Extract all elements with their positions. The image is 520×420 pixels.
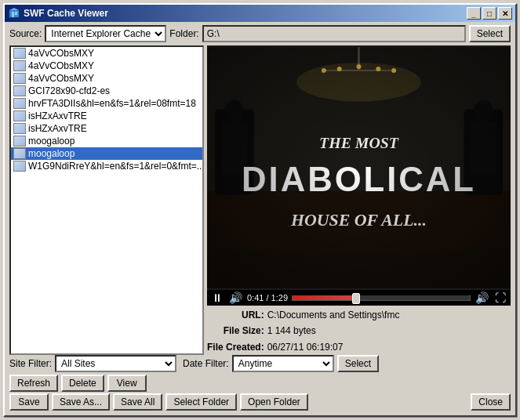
source-dropdown[interactable]: Internet Explorer Cache — [45, 25, 166, 42]
file-item-1[interactable]: 4aVvCObsMXY — [11, 60, 202, 72]
window-title: SWF Cache Viewer — [24, 8, 467, 19]
progress-fill — [292, 295, 354, 300]
open-folder-button[interactable]: Open Folder — [240, 393, 308, 411]
file-icon-7 — [13, 136, 26, 147]
file-icon-8 — [13, 148, 26, 159]
main-content: Source: Internet Explorer Cache Folder: … — [5, 22, 515, 415]
file-icon-0 — [13, 48, 26, 59]
app-icon — [8, 7, 20, 20]
svg-rect-3 — [15, 12, 17, 15]
folder-label: Folder: — [169, 28, 198, 39]
delete-button[interactable]: Delete — [61, 375, 104, 392]
player-controls: ⏸ 🔊 0:41 / 1:29 🔊 ⛶ — [207, 290, 511, 306]
file-item-7[interactable]: moogaloop — [11, 135, 202, 147]
main-area: 4aVvCObsMXY 4aVvCObsMXY 4aVvCObsMXY GCI7… — [9, 45, 511, 355]
site-filter-label: Site Filter: — [9, 358, 52, 369]
meta-info: URL: File Size: File Created: C:\Documen… — [207, 307, 511, 355]
file-icon-4 — [13, 98, 26, 109]
file-item-9[interactable]: W1G9NdiRreY&hl=en&fs=1&rel=0&fmt=... — [11, 160, 202, 172]
svg-rect-25 — [207, 47, 511, 288]
save-all-button[interactable]: Save All — [113, 393, 162, 411]
svg-marker-1 — [9, 8, 19, 10]
pause-button[interactable]: ⏸ — [210, 292, 224, 303]
close-button[interactable]: Close — [471, 393, 511, 411]
file-list[interactable]: 4aVvCObsMXY 4aVvCObsMXY 4aVvCObsMXY GCI7… — [9, 45, 204, 355]
file-icon-6 — [13, 123, 26, 134]
folder-input[interactable] — [202, 25, 466, 42]
file-icon-9 — [13, 161, 26, 172]
source-row: Source: Internet Explorer Cache Folder: … — [9, 25, 511, 42]
file-icon-3 — [13, 85, 26, 96]
maximize-button[interactable]: □ — [482, 7, 496, 20]
fullscreen-button[interactable]: ⛶ — [493, 292, 507, 303]
folder-select-button[interactable]: Select — [469, 25, 511, 42]
file-icon-1 — [13, 60, 26, 71]
file-item-0[interactable]: 4aVvCObsMXY — [11, 47, 202, 60]
svg-rect-2 — [12, 12, 14, 17]
site-filter-dropdown[interactable]: All Sites — [55, 355, 176, 372]
view-button[interactable]: View — [107, 375, 147, 392]
file-item-2[interactable]: 4aVvCObsMXY — [11, 72, 202, 85]
date-filter-group: Date Filter: Anytime Select — [183, 355, 379, 372]
refresh-button[interactable]: Refresh — [9, 375, 58, 392]
file-item-3[interactable]: GCI728x90-cfd2-es — [11, 85, 202, 97]
minimize-button[interactable]: _ — [467, 7, 481, 20]
file-item-5[interactable]: isHZxAxvTRE — [11, 110, 202, 122]
title-bar: SWF Cache Viewer _ □ ✕ — [5, 5, 515, 22]
main-window: SWF Cache Viewer _ □ ✕ Source: Internet … — [3, 3, 517, 417]
video-container: THE MOST DIABOLICAL HOUSE OF ALL... — [207, 45, 511, 290]
file-item-4[interactable]: hrvFTA3DIIs&hl=en&fs=1&rel=08fmt=18 — [11, 97, 202, 110]
save-as-button[interactable]: Save As... — [52, 393, 110, 411]
site-filter-group: Site Filter: All Sites — [9, 355, 176, 372]
button-row-2: Save Save As... Save All Select Folder O… — [9, 393, 511, 411]
source-label: Source: — [9, 28, 42, 39]
file-icon-5 — [13, 110, 26, 121]
progress-track[interactable] — [291, 295, 471, 301]
filters-row: Site Filter: All Sites Date Filter: Anyt… — [9, 355, 511, 372]
date-select-button[interactable]: Select — [337, 355, 379, 372]
time-display: 0:41 / 1:29 — [247, 293, 288, 302]
file-icon-2 — [13, 73, 26, 84]
button-row-1: Refresh Delete View — [9, 375, 511, 392]
date-filter-label: Date Filter: — [183, 358, 229, 369]
progress-thumb[interactable] — [352, 293, 360, 304]
date-filter-dropdown[interactable]: Anytime — [232, 355, 334, 372]
close-window-button[interactable]: ✕ — [498, 7, 512, 20]
speaker-icon[interactable]: 🔊 — [474, 292, 490, 303]
save-button[interactable]: Save — [9, 393, 49, 411]
meta-values: C:\Documents and Settings\fmc 1 144 byte… — [267, 307, 400, 355]
file-item-6[interactable]: isHZxAxvTRE — [11, 122, 202, 135]
window-controls: _ □ ✕ — [467, 7, 512, 20]
preview-area: THE MOST DIABOLICAL HOUSE OF ALL... — [207, 45, 511, 355]
meta-labels: URL: File Size: File Created: — [207, 307, 264, 355]
file-item-8[interactable]: moogaloop — [11, 147, 202, 160]
video-still: THE MOST DIABOLICAL HOUSE OF ALL... — [207, 45, 511, 290]
spacer — [311, 393, 468, 411]
select-folder-button[interactable]: Select Folder — [165, 393, 237, 411]
volume-button[interactable]: 🔊 — [227, 292, 244, 303]
